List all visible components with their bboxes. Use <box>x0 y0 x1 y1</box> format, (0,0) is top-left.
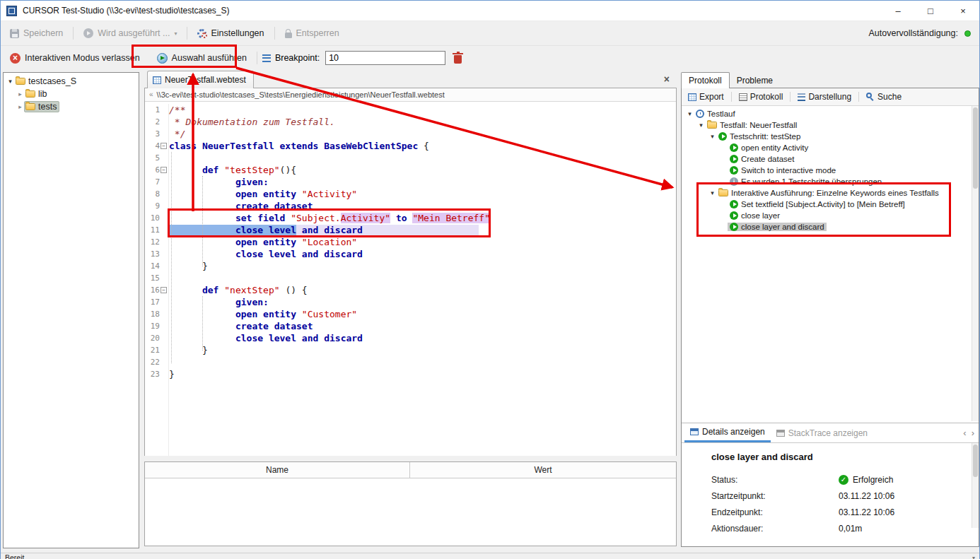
protocol-item-body[interactable]: Set textfield [Subject.Activity] to [Mei… <box>728 200 907 208</box>
code-line[interactable]: def "nextStep" () { <box>169 284 676 296</box>
protocol-tree-item[interactable]: Create dataset <box>682 153 972 165</box>
maximize-button[interactable]: □ <box>914 1 947 20</box>
tab-protokoll[interactable]: Protokoll <box>681 72 730 88</box>
tree-expander-icon[interactable]: ▾ <box>697 122 705 129</box>
protocol-item-body[interactable]: Testschritt: testStep <box>716 132 803 141</box>
code-line[interactable]: class NeuerTestfall extends BaseWebClien… <box>169 140 676 152</box>
code-line[interactable] <box>169 356 676 368</box>
code-segment: "nextStep" <box>224 285 279 295</box>
code-line[interactable]: given: <box>169 176 676 188</box>
code-editor[interactable]: 1234−56−78910111213141516−17181920212223… <box>145 102 676 456</box>
protocol-item-body[interactable]: Testfall: NeuerTestfall <box>705 121 799 129</box>
code-line[interactable]: close level and discard <box>169 224 676 236</box>
tab-details-anzeigen[interactable]: Details anzeigen <box>684 423 771 442</box>
fold-toggle-icon[interactable]: − <box>161 287 167 293</box>
code-line[interactable]: open entity "Location" <box>169 236 676 248</box>
file-tree-item-body[interactable]: tests <box>24 101 59 112</box>
protocol-tree-item[interactable]: open entity Activity <box>682 142 972 153</box>
code-line[interactable]: open entity "Activity" <box>169 188 676 200</box>
code-line[interactable]: given: <box>169 296 676 308</box>
protocol-tree-item[interactable]: ▾Interaktive Ausführung: Einzelne Keywor… <box>682 187 972 199</box>
file-tree-item-body[interactable]: testcases_S <box>14 76 79 87</box>
tree-expander-icon[interactable]: ▾ <box>708 133 716 140</box>
minimize-button[interactable]: – <box>882 1 914 20</box>
editor-close-icon[interactable]: × <box>664 73 670 85</box>
code-line[interactable]: */ <box>169 128 676 140</box>
details-rows: Status:ErfolgreichStartzeitpunkt:03.11.2… <box>711 471 970 536</box>
code-line[interactable]: def "testStep"(){ <box>169 164 676 176</box>
protocol-item-body[interactable]: Testlauf <box>694 110 737 118</box>
tree-expander-icon[interactable]: ▾ <box>708 189 716 196</box>
run-selection-icon <box>157 53 168 64</box>
tree-expander-icon[interactable]: ▸ <box>16 90 24 98</box>
folder-icon <box>707 122 717 129</box>
fold-toggle-icon[interactable]: − <box>161 143 167 149</box>
tree-expander-icon[interactable]: ▾ <box>686 110 694 117</box>
tab-probleme[interactable]: Probleme <box>730 73 780 88</box>
leave-interactive-mode-button[interactable]: Interaktiven Modus verlassen <box>5 50 145 66</box>
code-line[interactable]: open entity "Customer" <box>169 308 676 320</box>
protocol-tree-item[interactable]: ▾Testlauf <box>682 108 972 119</box>
code-line[interactable]: close level and discard <box>169 248 676 260</box>
scrollbar-thumb[interactable] <box>973 445 978 477</box>
protocol-item-body[interactable]: open entity Activity <box>728 143 810 152</box>
export-button[interactable]: Export <box>684 90 728 103</box>
protocol-tree-item[interactable]: ▾Testschritt: testStep <box>682 131 972 142</box>
protocol-tree-item[interactable]: Switch to interactive mode <box>682 165 972 176</box>
breakpoint-input[interactable] <box>325 51 445 65</box>
file-tree-item[interactable]: ▸lib <box>4 88 139 100</box>
file-tree-item[interactable]: ▾testcases_S <box>4 75 139 88</box>
scrollbar-thumb[interactable] <box>973 107 978 189</box>
folder-icon <box>718 189 728 196</box>
code-line[interactable]: } <box>169 260 676 272</box>
protocol-item-body[interactable]: Create dataset <box>728 155 796 163</box>
code-line[interactable]: } <box>169 344 676 356</box>
status-scroll-icon[interactable]: ▾ <box>972 555 975 559</box>
protokoll-view-button[interactable]: Protokoll <box>735 90 787 103</box>
code-line[interactable]: } <box>169 368 676 380</box>
protocol-tree-item[interactable]: Set textfield [Subject.Activity] to [Mei… <box>682 199 972 210</box>
fold-toggle-icon[interactable]: − <box>161 167 167 173</box>
suche-button[interactable]: Suche <box>863 90 905 103</box>
file-tree-item[interactable]: ▸tests <box>4 100 139 113</box>
close-button[interactable]: × <box>947 1 979 20</box>
protocol-item-body[interactable]: Interaktive Ausführung: Einzelne Keyword… <box>716 189 941 197</box>
code-line[interactable] <box>169 272 676 284</box>
code-line[interactable]: set field "Subject.Activity" to "Mein Be… <box>169 212 676 224</box>
settings-button[interactable]: Einstellungen <box>192 25 269 41</box>
next-button[interactable]: › <box>972 428 974 438</box>
darstellung-button[interactable]: Darstellung <box>794 90 855 103</box>
protocol-item-body[interactable]: close layer <box>728 211 782 220</box>
collapse-icon[interactable]: « <box>149 88 153 101</box>
code-line[interactable]: * Dokumentation zum Testfall. <box>169 116 676 128</box>
column-header-wert[interactable]: Wert <box>410 462 676 478</box>
protocol-tree-item[interactable]: ▾Testfall: NeuerTestfall <box>682 119 972 131</box>
protocol-item-body[interactable]: Es wurden 1 Testschritte übersprungen <box>728 177 884 186</box>
column-header-name[interactable]: Name <box>145 462 410 478</box>
protocol-tree-item[interactable]: Es wurden 1 Testschritte übersprungen <box>682 176 972 187</box>
code-line[interactable]: close level and discard <box>169 332 676 344</box>
file-tree-item-body[interactable]: lib <box>24 88 50 100</box>
running-button[interactable]: Wird ausgeführt ... ▾ <box>78 25 182 41</box>
scrollbar[interactable] <box>972 443 979 528</box>
code-line[interactable]: create dataset <box>169 320 676 332</box>
protocol-tree-item[interactable]: close layer <box>682 210 972 221</box>
code-line[interactable] <box>169 152 676 164</box>
tree-expander-icon[interactable]: ▸ <box>16 103 24 110</box>
run-selection-button[interactable]: Auswahl ausführen <box>152 50 252 66</box>
delete-breakpoint-trash-icon[interactable] <box>454 55 462 64</box>
editor-tab[interactable]: NeuerTestfall.webtest <box>147 71 254 88</box>
protocol-tree-item[interactable]: close layer and discard <box>682 221 972 233</box>
prev-button[interactable]: ‹ <box>963 428 966 438</box>
code-line[interactable]: /** <box>169 104 676 116</box>
code-area[interactable]: /** * Dokumentation zum Testfall. */clas… <box>169 104 676 456</box>
code-line[interactable]: create dataset <box>169 200 676 212</box>
protocol-item-body[interactable]: close layer and discard <box>728 223 827 231</box>
tree-expander-icon[interactable]: ▾ <box>6 78 14 85</box>
tab-stacktrace-anzeigen[interactable]: StackTrace anzeigen <box>771 423 873 442</box>
save-button[interactable]: Speichern <box>5 25 68 41</box>
protocol-item-body[interactable]: Switch to interactive mode <box>728 166 838 175</box>
running-label: Wird ausgeführt ... <box>98 28 170 38</box>
unlock-button[interactable]: Entsperren <box>280 25 344 41</box>
scrollbar[interactable] <box>972 106 979 421</box>
